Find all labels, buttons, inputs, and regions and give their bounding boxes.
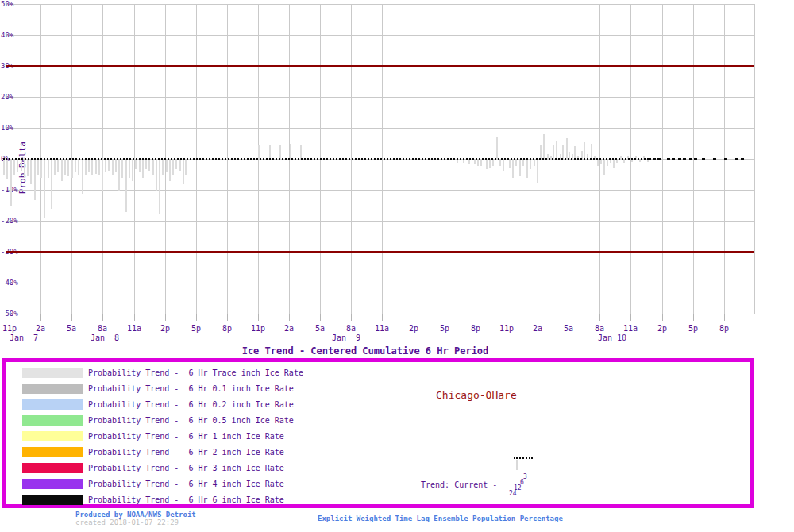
probability-bar [172,160,174,175]
probability-bar [40,160,42,178]
x-axis-tick-label: 5a [315,324,325,333]
grid-line-horizontal [6,221,754,222]
probability-bar [512,160,514,178]
probability-bar [534,160,535,166]
probability-bar [54,160,56,175]
probability-bar [67,160,69,176]
probability-bar [463,160,464,163]
probability-bar [125,160,127,212]
probability-bar [166,160,168,172]
x-axis-tick [538,314,538,321]
probability-bar [51,160,52,209]
probability-bar [530,160,531,169]
probability-bar [91,160,93,175]
x-axis-tick-label: 11p [2,324,17,333]
probability-bar [631,160,633,162]
probability-bar [44,160,45,218]
x-axis-tick-label: 5p [688,324,698,333]
probability-bar [132,160,133,181]
x-axis-tick-label: 8p [719,324,729,333]
legend-label: Probability Trend - 6 Hr 1 inch Ice Rate [88,432,284,441]
probability-bar [48,160,49,178]
probability-bar [156,160,157,191]
legend-row: Probability Trend - 6 Hr 0.1 inch Ice Ra… [22,380,294,396]
y-axis-tick-label: -10% [1,186,18,194]
legend-swatch [22,399,83,410]
x-axis-tick [227,314,228,321]
x-axis-tick-label: 11a [375,324,389,333]
legend-swatch [22,431,83,441]
probability-bar [98,160,100,175]
grid-line-horizontal [6,35,754,36]
legend-row: Probability Trend - 6 Hr Trace inch Ice … [22,364,303,380]
x-axis-tick [569,314,569,321]
trend-current-label: Trend: Current - [421,480,497,489]
probability-bar [509,160,511,168]
x-axis-tick [662,314,663,321]
probability-bar [474,160,476,164]
x-axis-date-label: Jan 10 [598,333,626,342]
x-axis-tick [382,314,383,321]
trend-inset-tick-24: 24 [509,490,517,497]
chart-title: Ice Trend - Centered Cumulative 6 Hr Per… [0,345,730,357]
legend-row: Probability Trend - 6 Hr 0.5 inch Ice Ra… [22,412,294,428]
probability-bar [152,160,154,175]
x-axis-tick-label: 5p [191,324,201,333]
legend-swatch [22,479,83,489]
probability-bar [78,160,79,175]
probability-bar [88,160,90,172]
x-axis-tick [165,314,166,321]
x-axis-tick [445,314,445,321]
probability-bar [112,160,114,175]
probability-bar [34,160,36,200]
zero-line [3,158,651,160]
probability-bar [543,134,545,159]
x-axis-tick-label: 11p [251,324,265,333]
zero-line-dash [741,158,744,160]
probability-bar [269,145,271,159]
grid-line-horizontal [6,283,754,283]
x-axis-tick [414,314,414,321]
x-axis-tick [71,314,72,321]
x-axis-tick [134,314,135,321]
x-axis-date-label: Jan 9 [332,333,360,342]
produced-by: Produced by NOAA/NWS Detroit [75,511,196,519]
legend-label: Probability Trend - 6 Hr 6 inch Ice Rate [88,495,284,504]
probability-bar [258,145,260,159]
x-axis-tick [258,314,259,321]
probability-bar [6,160,8,179]
probability-bar [574,146,576,159]
probability-bar [496,137,498,159]
probability-bar [486,160,488,169]
probability-bar [600,160,602,164]
probability-bar [129,160,130,178]
probability-bar [185,160,187,175]
grid-line-horizontal [6,4,754,5]
probability-bar [492,160,494,166]
y-axis-tick-label: 50% [1,0,13,8]
probability-bar [540,145,542,159]
x-axis-tick-label: 5a [67,324,76,333]
zero-line-dash [667,158,670,160]
x-axis-tick [351,314,352,321]
x-axis-tick [289,314,290,321]
probability-bar [118,160,120,191]
probability-bar [616,160,618,163]
x-axis-tick-label: 11p [499,324,514,333]
legend-row: Probability Trend - 6 Hr 1 inch Ice Rate [22,428,284,444]
probability-bar [639,160,641,162]
probability-bar [30,160,32,184]
probability-bar [85,160,87,175]
probability-bar [142,160,144,178]
probability-bar [610,160,611,163]
ice-trend-screen: Prob Delta 50%40%30%20%10%0%-10%-20%-30%… [0,0,794,532]
x-axis-tick [196,314,197,321]
probability-bar [169,160,171,181]
probability-bar [159,160,160,214]
probability-bar [75,160,76,172]
x-axis-tick-label: 2a [36,324,45,333]
legend-swatch [22,463,83,473]
probability-bar [556,141,557,159]
probability-bar [526,160,528,178]
x-axis-tick-label: 2a [284,324,294,333]
